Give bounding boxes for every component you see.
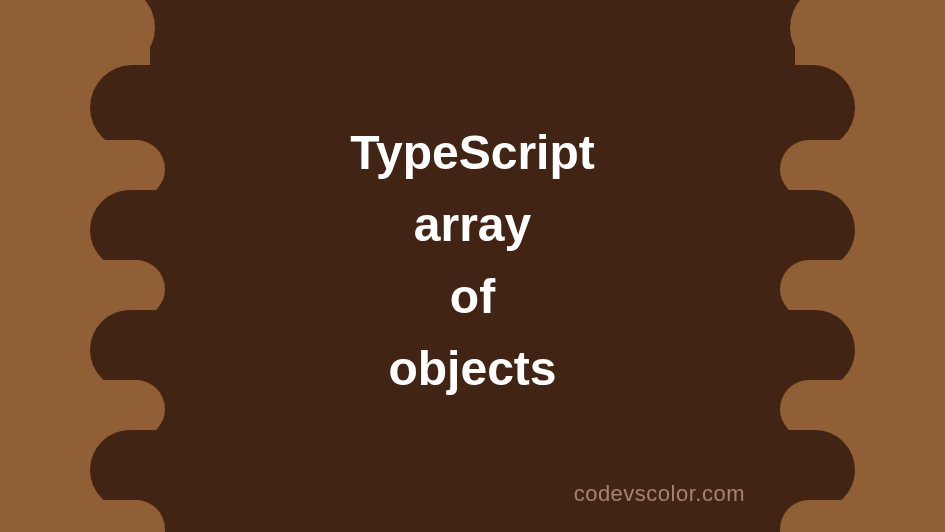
banner-image: TypeScript array of objects codevscolor.… [0,0,945,532]
title-line-4: objects [350,333,595,405]
title-line-2: array [350,189,595,261]
banner-title: TypeScript array of objects [350,117,595,405]
title-line-3: of [350,261,595,333]
watermark-text: codevscolor.com [574,481,745,507]
title-line-1: TypeScript [350,117,595,189]
content-area: TypeScript array of objects [0,0,945,532]
